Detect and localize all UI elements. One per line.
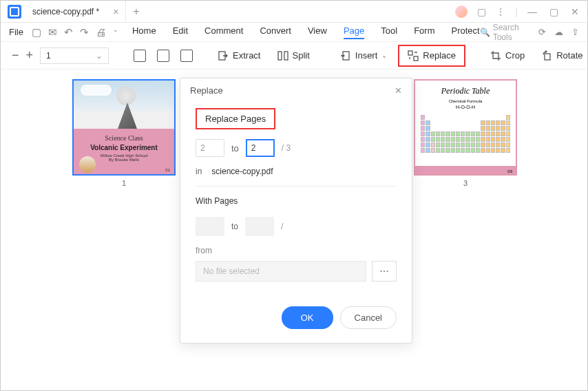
menu-tool[interactable]: Tool [381, 25, 397, 39]
rotate-button[interactable]: Rotate [536, 47, 588, 64]
chevron-down-icon: ⌄ [381, 52, 387, 59]
svg-rect-5 [414, 56, 418, 61]
document-tab[interactable]: science-copy.pdf * × [25, 1, 126, 22]
extract-label: Extract [233, 50, 260, 61]
split-icon [277, 50, 288, 61]
current-filename: science-copy.pdf [211, 167, 273, 176]
menu-protect[interactable]: Protect [451, 25, 479, 39]
replace-label: Replace [423, 50, 456, 61]
rotate-label: Rotate [556, 50, 582, 61]
zoom-value: 1 [46, 51, 51, 61]
replace-icon [408, 50, 419, 61]
rotate-icon [541, 50, 552, 61]
maximize-button[interactable]: ▢ [549, 6, 558, 17]
ok-button[interactable]: OK [282, 306, 333, 329]
split-button[interactable]: Split [272, 47, 315, 64]
upload-icon[interactable]: ⇧ [571, 27, 579, 37]
slide3-title: Periodic Table [421, 86, 510, 96]
no-file-placeholder: No file selected [203, 266, 260, 276]
thumbnail-image-1: Science Class Volcanic Experiment Willow… [72, 79, 176, 176]
slide3-sub: Chemical Formula [421, 99, 510, 103]
svg-rect-6 [545, 54, 550, 60]
zoom-value-select[interactable]: 1 [40, 47, 109, 64]
crop-icon [490, 50, 501, 61]
slide3-pagenum: 03 [507, 169, 512, 173]
page-thumbnail-3[interactable]: Periodic Table Chemical Formula H-O-O-H … [414, 79, 517, 185]
thumb-number-3: 3 [414, 179, 517, 187]
delete-page-icon[interactable] [180, 50, 193, 62]
crop-button[interactable]: Crop [485, 47, 530, 64]
app-logo-icon [8, 5, 21, 19]
to-label-1: to [231, 143, 239, 154]
kebab-menu-icon[interactable]: ⋮ [496, 6, 505, 17]
save-icon[interactable]: ▢ [32, 26, 41, 39]
from-label: from [196, 246, 397, 255]
dialog-close-button[interactable]: ✕ [395, 85, 402, 96]
cancel-button[interactable]: Cancel [340, 306, 397, 329]
replace-button[interactable]: Replace [398, 45, 465, 67]
svg-rect-2 [284, 52, 288, 60]
with-from-input[interactable] [196, 217, 224, 236]
svg-rect-1 [278, 52, 282, 60]
slide1-subtitle: Volcanic Experiment [79, 144, 169, 151]
minimize-button[interactable]: — [527, 6, 537, 17]
menu-convert[interactable]: Convert [260, 25, 291, 39]
thumb-number-1: 1 [72, 179, 176, 187]
share-icon[interactable]: ⟳ [538, 27, 546, 37]
zoom-out-button[interactable]: − [12, 48, 19, 63]
menu-view[interactable]: View [308, 25, 327, 39]
slide3-formula: H-O-O-H [421, 105, 510, 109]
page-thumbnail-1[interactable]: Science Class Volcanic Experiment Willow… [72, 79, 176, 185]
cloud-icon[interactable]: ☁ [554, 27, 563, 37]
menu-form[interactable]: Form [414, 25, 434, 39]
crop-label: Crop [505, 50, 525, 61]
with-to-input[interactable] [245, 217, 274, 236]
insert-label: Insert [355, 50, 378, 61]
file-path-input[interactable]: No file selected [196, 261, 366, 282]
close-window-button[interactable]: ✕ [571, 6, 579, 17]
thumbnail-image-3: Periodic Table Chemical Formula H-O-O-H … [414, 79, 517, 176]
title-right-controls: ▢ ⋮ | — ▢ ✕ [455, 6, 587, 18]
insert-icon [340, 50, 351, 61]
dropdown-icon[interactable]: ⌄ [113, 26, 118, 39]
svg-rect-4 [408, 51, 412, 55]
slide1-title: Science Class [79, 134, 169, 142]
title-bar: science-copy.pdf * × + ▢ ⋮ | — ▢ ✕ [1, 1, 587, 23]
ellipsis-icon: ··· [379, 265, 388, 277]
dialog-title: Replace [190, 85, 223, 96]
in-label: in [196, 167, 202, 176]
page-toolbar: − + 1 Extract Split Insert ⌄ Replace Cro… [1, 42, 587, 70]
browse-file-button[interactable]: ··· [372, 261, 397, 282]
redo-icon[interactable]: ↷ [80, 26, 89, 39]
undo-icon[interactable]: ↶ [64, 26, 73, 39]
menu-home[interactable]: Home [132, 25, 156, 39]
main-menu: Home Edit Comment Convert View Page Tool… [132, 25, 480, 39]
with-pages-heading: With Pages [196, 196, 397, 206]
replace-to-input[interactable] [246, 139, 275, 157]
insert-button[interactable]: Insert ⌄ [335, 47, 393, 64]
mail-icon[interactable]: ✉ [48, 26, 57, 39]
copy-page-icon[interactable] [157, 50, 169, 62]
close-tab-icon[interactable]: × [113, 6, 118, 17]
print-icon[interactable]: 🖨 [96, 26, 106, 39]
search-icon: 🔍 [480, 28, 490, 37]
menu-page[interactable]: Page [344, 25, 364, 39]
menu-comment[interactable]: Comment [204, 25, 243, 39]
slash-label: / [281, 222, 283, 231]
menu-bar: File ▢ ✉ ↶ ↷ 🖨 ⌄ Home Edit Comment Conve… [1, 23, 587, 42]
search-tools[interactable]: 🔍 Search Tools [480, 23, 529, 42]
menu-edit[interactable]: Edit [173, 25, 188, 39]
blank-page-icon[interactable] [134, 50, 146, 62]
user-avatar-icon[interactable] [455, 6, 468, 18]
split-label: Split [293, 50, 310, 61]
search-placeholder: Search Tools [493, 23, 529, 42]
zoom-in-button[interactable]: + [26, 48, 34, 63]
replace-from-input[interactable] [196, 139, 224, 157]
window-icon[interactable]: ▢ [477, 6, 486, 17]
total-pages-label: / 3 [282, 143, 291, 153]
add-tab-button[interactable]: + [133, 6, 139, 18]
file-menu[interactable]: File [9, 27, 23, 37]
periodic-table-graphic [421, 115, 510, 153]
extract-button[interactable]: Extract [212, 47, 266, 64]
to-label-2: to [231, 222, 238, 231]
